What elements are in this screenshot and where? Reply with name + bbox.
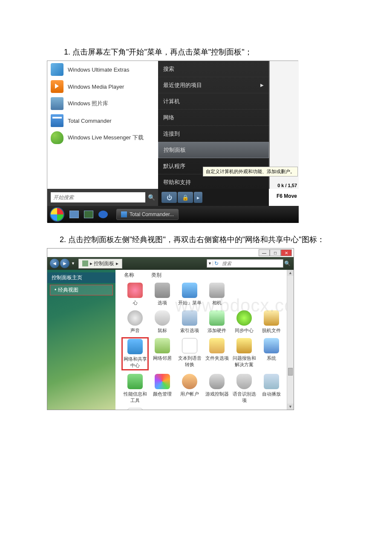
col-name[interactable]: 名称 <box>124 272 134 279</box>
control-panel-tooltip: 自定义计算机的外观和功能、添加或删户。 <box>203 167 298 176</box>
index-icon <box>182 310 197 326</box>
program-item-msn[interactable]: Windows Live Messenger 下载 <box>47 129 158 146</box>
sync-icon <box>236 310 252 326</box>
sound-icon <box>127 310 143 326</box>
ie-icon[interactable] <box>98 211 108 218</box>
f6-move-label: F6 Move <box>277 193 297 199</box>
camera-icon <box>209 283 225 298</box>
search-box: ▼ ↻ <box>207 259 283 268</box>
program-item-wmp[interactable]: Windows Media Player <box>47 78 158 95</box>
back-button[interactable]: ◄ <box>50 259 59 268</box>
item-user-accounts[interactable]: 用户帐户 <box>177 374 202 404</box>
messenger-icon <box>51 131 63 144</box>
f6-panel: F6 Move <box>269 189 299 206</box>
item-heart[interactable]: 心 <box>122 283 148 306</box>
folder-icon <box>209 338 225 353</box>
start-search-input[interactable] <box>51 192 145 202</box>
item-game-controllers[interactable]: 游戏控制器 <box>204 374 230 404</box>
menu-search[interactable]: 搜索 <box>158 61 269 77</box>
start-search-row: 🔍 <box>47 189 158 206</box>
mouse-icon <box>155 310 170 326</box>
tc-mini-icon <box>121 211 127 217</box>
tts-icon <box>182 338 197 353</box>
search-dropdown-icon[interactable]: ▼ <box>207 261 213 266</box>
item-autoplay[interactable]: 自动播放 <box>259 374 284 404</box>
scroll-up-icon[interactable]: ▲ <box>287 270 294 276</box>
lock-button[interactable]: 🔒 <box>178 192 193 203</box>
item-color[interactable]: 颜色管理 <box>150 374 175 404</box>
item-speech[interactable]: 语音识别选项 <box>231 374 257 404</box>
scroll-down-icon[interactable]: ▼ <box>287 404 294 410</box>
step2-text: 2. 点击控制面板左侧"经典视图"，再双击右侧窗格中的"网络和共享中心"图标： <box>60 234 345 245</box>
menu-network[interactable]: 网络 <box>158 110 269 126</box>
start-menu-right-pane: 搜索 最近使用的项目▶ 计算机 网络 连接到 控制面板 默认程序 帮助和支持 <box>158 61 269 206</box>
hardware-icon <box>209 310 225 326</box>
control-panel-icon <box>82 260 88 266</box>
start-menu-screenshot: Windows Ultimate Extras Windows Media Pl… <box>47 61 298 223</box>
menu-computer[interactable]: 计算机 <box>158 93 269 110</box>
scroll-thumb[interactable] <box>288 368 293 376</box>
minimize-button[interactable]: — <box>259 249 270 256</box>
history-dropdown-icon[interactable]: ▼ <box>71 261 75 266</box>
quick-launch-icon-2[interactable] <box>84 211 93 218</box>
photo-gallery-icon <box>51 97 63 110</box>
item-sync[interactable]: 同步中心 <box>231 310 257 334</box>
power-button[interactable]: ⏻ <box>161 192 177 203</box>
breadcrumb[interactable]: ▸ 控制面板 ▸ <box>78 259 122 269</box>
menu-recent[interactable]: 最近使用的项目▶ <box>158 77 269 93</box>
item-index[interactable]: 索引选项 <box>177 310 202 334</box>
program-item-extras[interactable]: Windows Ultimate Extras <box>47 61 158 78</box>
search-go-icon[interactable]: 🔍 <box>283 260 291 266</box>
scrollbar[interactable]: ▲ ▼ <box>287 270 294 410</box>
start-menu-left-pane: Windows Ultimate Extras Windows Media Pl… <box>47 61 158 189</box>
menu-control-panel[interactable]: 控制面板 <box>158 142 269 158</box>
program-item-photo[interactable]: Windows 照片库 <box>47 95 158 112</box>
sidebar: 控制面板主页 经典视图 <box>47 270 115 410</box>
item-options[interactable]: 选项 <box>150 283 175 306</box>
power-menu-button[interactable]: ▸ <box>194 192 202 203</box>
item-neighbors[interactable]: 网络邻居 <box>150 338 175 370</box>
search-icon: 🔍 <box>148 194 155 201</box>
maximize-button[interactable]: □ <box>270 249 281 256</box>
menu-help[interactable]: 帮助和支持 <box>158 174 269 191</box>
forward-button[interactable]: ► <box>60 259 69 268</box>
item-performance[interactable]: 性能信息和工具 <box>122 374 148 404</box>
item-sound[interactable]: 声音 <box>122 310 148 334</box>
close-button[interactable]: ✕ <box>281 249 292 256</box>
item-start-menu[interactable]: 开始」菜单 <box>177 283 202 306</box>
taskbar-app-button[interactable]: Total Commander... <box>116 209 179 220</box>
window-buttons: — □ ✕ <box>259 249 292 256</box>
item-offline[interactable]: 脱机文件 <box>259 310 284 334</box>
col-category[interactable]: 类别 <box>151 272 161 279</box>
item-network-sharing[interactable]: 网络和共享中心 <box>122 338 148 370</box>
item-camera[interactable]: 相机 <box>204 283 230 306</box>
item-tts[interactable]: 文本到语音转换 <box>177 338 202 370</box>
item-fonts[interactable]: 字体 <box>122 408 148 410</box>
power-buttons: ⏻ 🔒 ▸ <box>158 189 269 206</box>
search-input[interactable] <box>220 261 283 266</box>
icon-grid: 心 选项 开始」菜单 相机 声音 鼠标 索引选项 添加硬件 同步中心 脱机文件 … <box>122 283 292 410</box>
sidebar-classic-view[interactable]: 经典视图 <box>50 285 113 295</box>
item-system[interactable]: 系统 <box>259 338 284 370</box>
sidebar-home[interactable]: 控制面板主页 <box>47 272 115 283</box>
menu-connect[interactable]: 连接到 <box>158 126 269 142</box>
refresh-icon[interactable]: ↻ <box>213 260 220 266</box>
item-problem-reports[interactable]: 问题报告和解决方案 <box>231 338 257 370</box>
user-icon <box>182 374 197 389</box>
color-icon <box>155 374 170 389</box>
item-hardware[interactable]: 添加硬件 <box>204 310 230 334</box>
column-headers: 名称 类别 <box>124 272 161 279</box>
wmp-icon <box>51 80 63 93</box>
microphone-icon <box>236 374 252 389</box>
program-item-tc[interactable]: Total Commander <box>47 112 158 129</box>
item-folder-options[interactable]: 文件夹选项 <box>204 338 230 370</box>
main-pane: www.bdocx.com 名称 类别 心 选项 开始」菜单 相机 声音 鼠标 … <box>115 270 294 410</box>
autoplay-icon <box>264 374 279 389</box>
nav-bar: ◄ ► ▼ ▸ 控制面板 ▸ ▼ ↻ 🔍 <box>47 257 294 270</box>
quick-launch-icon-1[interactable] <box>69 211 79 218</box>
problem-icon <box>236 338 252 353</box>
taskbar: Total Commander... <box>47 206 299 223</box>
start-orb-icon[interactable] <box>50 207 64 222</box>
font-icon <box>127 408 143 410</box>
item-mouse[interactable]: 鼠标 <box>150 310 175 334</box>
